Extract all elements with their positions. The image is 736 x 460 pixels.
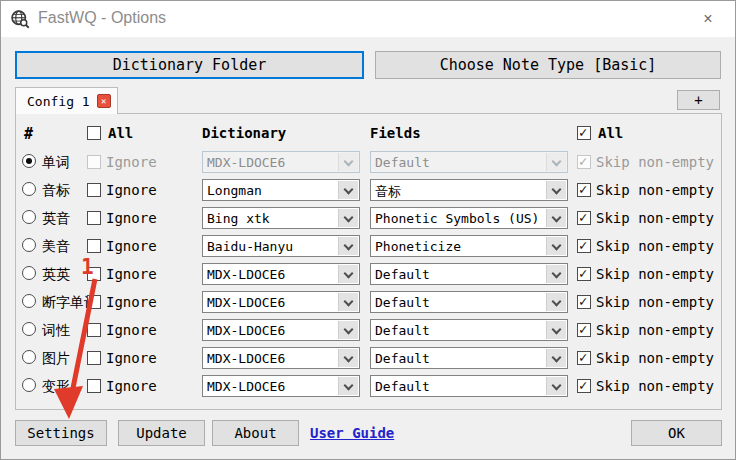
- table-header-row: # All Dictionary Fields All: [16, 123, 721, 145]
- chevron-down-icon: [546, 237, 566, 255]
- dictionary-select[interactable]: Longman: [202, 179, 360, 201]
- fields-select[interactable]: Default: [370, 375, 568, 397]
- table-row-word: 单词 Ignore MDX-LDOCE6 Default Skip non-em…: [16, 150, 721, 176]
- skip-checkbox[interactable]: [577, 323, 591, 337]
- skip-checkbox[interactable]: [577, 211, 591, 225]
- dictionary-select[interactable]: MDX-LDOCE6: [202, 263, 360, 285]
- config-table: # All Dictionary Fields All 单词 Ignore MD…: [15, 113, 722, 410]
- fields-select[interactable]: Phoneticize: [370, 235, 568, 257]
- ignore-checkbox[interactable]: [87, 295, 101, 309]
- skip-checkbox[interactable]: [577, 379, 591, 393]
- choose-note-type-button[interactable]: Choose Note Type [Basic]: [375, 51, 721, 79]
- dictionary-select[interactable]: MDX-LDOCE6: [202, 151, 360, 173]
- row-radio[interactable]: [22, 154, 36, 168]
- ignore-checkbox[interactable]: [87, 239, 101, 253]
- dictionary-value: Baidu-Hanyu: [207, 239, 293, 254]
- dictionary-value: MDX-LDOCE6: [207, 323, 285, 338]
- dictionary-select[interactable]: MDX-LDOCE6: [202, 347, 360, 369]
- column-fields: Fields: [370, 125, 421, 141]
- field-value: Default: [375, 267, 430, 282]
- chevron-down-icon: [546, 265, 566, 283]
- user-guide-link[interactable]: User Guide: [310, 425, 394, 441]
- ignore-label: Ignore: [106, 350, 157, 366]
- all-right-label: All: [598, 125, 623, 141]
- dictionary-folder-button[interactable]: Dictionary Folder: [15, 51, 364, 79]
- field-value: Phoneticize: [375, 239, 461, 254]
- row-radio[interactable]: [22, 238, 36, 252]
- ok-button[interactable]: OK: [631, 420, 722, 446]
- skip-label: Skip non-empty: [596, 294, 714, 310]
- fields-select[interactable]: Phonetic Symbols (US): [370, 207, 568, 229]
- ignore-checkbox[interactable]: [87, 183, 101, 197]
- dictionary-select[interactable]: MDX-LDOCE6: [202, 319, 360, 341]
- settings-button[interactable]: Settings: [15, 420, 107, 446]
- fields-select[interactable]: Default: [370, 151, 568, 173]
- chevron-down-icon: [338, 209, 358, 227]
- all-ignore-checkbox[interactable]: [87, 126, 101, 140]
- skip-checkbox[interactable]: [577, 239, 591, 253]
- column-dictionary: Dictionary: [202, 125, 286, 141]
- skip-label: Skip non-empty: [596, 350, 714, 366]
- row-radio[interactable]: [22, 350, 36, 364]
- skip-checkbox[interactable]: [577, 295, 591, 309]
- dictionary-value: MDX-LDOCE6: [207, 267, 285, 282]
- dictionary-value: Longman: [207, 183, 262, 198]
- window-title: FastWQ - Options: [38, 9, 166, 27]
- ignore-checkbox[interactable]: [87, 155, 101, 169]
- tab-close-icon[interactable]: ✕: [97, 94, 111, 108]
- fields-select[interactable]: Default: [370, 347, 568, 369]
- skip-label: Skip non-empty: [596, 378, 714, 394]
- add-config-tab-button[interactable]: +: [677, 90, 720, 110]
- field-value: Default: [375, 155, 430, 170]
- dictionary-value: MDX-LDOCE6: [207, 155, 285, 170]
- ignore-label: Ignore: [106, 294, 157, 310]
- dictionary-select[interactable]: Bing xtk: [202, 207, 360, 229]
- row-label: 音标: [42, 182, 70, 200]
- ignore-checkbox[interactable]: [87, 379, 101, 393]
- tab-config-1[interactable]: Config 1 ✕: [15, 87, 118, 114]
- annotation-step-number: 1: [81, 255, 94, 279]
- table-row-inflection: 变形 Ignore MDX-LDOCE6 Default Skip non-em…: [16, 374, 721, 400]
- about-button[interactable]: About: [212, 420, 299, 446]
- row-radio[interactable]: [22, 322, 36, 336]
- row-label: 词性: [42, 322, 70, 340]
- ignore-label: Ignore: [106, 322, 157, 338]
- options-dialog: { "window": { "title": "FastWQ - Options…: [0, 0, 736, 460]
- table-row-hyphenation: 断字单词 Ignore MDX-LDOCE6 Default Skip non-…: [16, 290, 721, 316]
- fields-select[interactable]: Default: [370, 291, 568, 313]
- ignore-label: Ignore: [106, 182, 157, 198]
- dictionary-select[interactable]: MDX-LDOCE6: [202, 375, 360, 397]
- skip-label: Skip non-empty: [596, 322, 714, 338]
- skip-checkbox[interactable]: [577, 155, 591, 169]
- row-radio[interactable]: [22, 210, 36, 224]
- close-window-button[interactable]: ×: [693, 7, 723, 31]
- all-skip-checkbox[interactable]: [577, 126, 591, 140]
- chevron-down-icon: [338, 153, 358, 171]
- chevron-down-icon: [546, 153, 566, 171]
- chevron-down-icon: [546, 209, 566, 227]
- dictionary-value: MDX-LDOCE6: [207, 295, 285, 310]
- chevron-down-icon: [546, 321, 566, 339]
- ignore-label: Ignore: [106, 266, 157, 282]
- skip-label: Skip non-empty: [596, 182, 714, 198]
- row-radio[interactable]: [22, 266, 36, 280]
- ignore-checkbox[interactable]: [87, 351, 101, 365]
- fields-select[interactable]: Default: [370, 319, 568, 341]
- update-button[interactable]: Update: [118, 420, 205, 446]
- chevron-down-icon: [546, 181, 566, 199]
- row-radio[interactable]: [22, 294, 36, 308]
- ignore-checkbox[interactable]: [87, 323, 101, 337]
- row-label: 变形: [42, 378, 70, 396]
- fields-select[interactable]: 音标: [370, 179, 568, 201]
- dictionary-select[interactable]: Baidu-Hanyu: [202, 235, 360, 257]
- skip-checkbox[interactable]: [577, 183, 591, 197]
- skip-checkbox[interactable]: [577, 351, 591, 365]
- row-radio[interactable]: [22, 378, 36, 392]
- field-value: Default: [375, 323, 430, 338]
- skip-checkbox[interactable]: [577, 267, 591, 281]
- fields-select[interactable]: Default: [370, 263, 568, 285]
- chevron-down-icon: [338, 321, 358, 339]
- ignore-checkbox[interactable]: [87, 211, 101, 225]
- dictionary-select[interactable]: MDX-LDOCE6: [202, 291, 360, 313]
- row-radio[interactable]: [22, 182, 36, 196]
